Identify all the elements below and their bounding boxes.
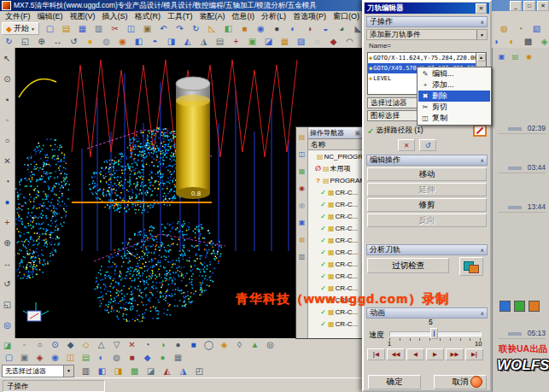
deselect-button[interactable]: ✕ <box>398 139 415 151</box>
toolpath-event-row[interactable]: ◆ GOTO/X-11.624,Y-75.284,Z20.000 <box>368 53 476 63</box>
tree-item[interactable]: ✓ ▦ CR-C... <box>308 210 362 222</box>
tree-item[interactable]: ? ▤ PROGRAM <box>308 174 362 186</box>
tool-icon[interactable]: ◈ <box>546 22 549 36</box>
tool-icon[interactable]: ◫ <box>63 350 78 364</box>
tool-icon[interactable]: ◍ <box>109 350 124 364</box>
move-button[interactable]: 移动 <box>367 167 487 181</box>
app-icon[interactable] <box>529 301 540 312</box>
menu-item[interactable]: 编辑(E) <box>34 11 67 22</box>
side-view-icon[interactable]: ◨ <box>164 35 178 49</box>
select-arrow-icon[interactable]: ↖ <box>0 51 15 65</box>
tree-item[interactable]: ✓ ▦ CR-C... <box>308 258 362 270</box>
context-menu-item[interactable]: ✎ 编辑... <box>418 68 490 79</box>
pan-icon[interactable]: ↔ <box>50 35 65 49</box>
rotate-icon[interactable]: ↺ <box>0 277 15 290</box>
resource-icon[interactable]: ◎ <box>296 200 307 211</box>
snap-half-icon[interactable]: ◑ <box>155 338 170 351</box>
menu-item[interactable]: 装配(A) <box>196 11 229 22</box>
menu-item[interactable]: 窗口(O) <box>330 11 363 22</box>
section-edit-operation[interactable]: 编辑操作 ∧ <box>366 155 488 166</box>
play-forward-button[interactable]: ▶ <box>426 348 444 360</box>
filter-icon[interactable]: ▩ <box>127 364 142 377</box>
menu-item[interactable]: 格式(R) <box>131 11 165 22</box>
section-analyze-toolpath[interactable]: 分析刀轨 ∧ <box>366 244 488 255</box>
rotate-view-icon[interactable]: ↺ <box>67 35 81 49</box>
tool-icon[interactable]: ◈ <box>537 35 549 49</box>
paste-icon[interactable]: ▣ <box>140 22 155 36</box>
gouge-check-button[interactable]: 过切检查 <box>367 258 449 273</box>
tool-icon[interactable]: ◉ <box>48 350 62 364</box>
magnifier-icon[interactable]: ◎ <box>0 318 15 331</box>
menu-item[interactable]: 首选项(P) <box>289 11 330 22</box>
sketch-icon[interactable]: ◺ <box>205 22 219 36</box>
section-sub-operation[interactable]: 子操作 ∧ <box>366 16 488 27</box>
tree-item[interactable]: ✓ ▦ CR-C... <box>308 234 362 246</box>
tool-icon[interactable]: ◐ <box>505 35 519 49</box>
dialog-title-bar[interactable]: 刀轨编辑器 ✕ <box>365 3 489 14</box>
extend-button[interactable]: 延伸 <box>367 183 487 196</box>
resource-icon[interactable]: ▦ <box>296 166 307 177</box>
snap-square-icon[interactable]: ■ <box>186 338 201 351</box>
filter-icon[interactable]: ▥ <box>79 364 93 377</box>
reset-button[interactable]: ↺ <box>419 139 436 151</box>
tree-item[interactable]: ✓ ▦ CR-C... <box>308 270 362 282</box>
filter-icon[interactable]: ◮ <box>176 364 190 377</box>
redo-icon[interactable]: ↷ <box>172 22 187 36</box>
menu-item[interactable]: 插入(S) <box>99 11 131 22</box>
view-orient-icon[interactable]: ◍ <box>497 22 511 36</box>
section-view-icon[interactable]: ◪ <box>0 338 15 352</box>
filter-icon[interactable]: ◰ <box>192 364 207 377</box>
menu-item[interactable]: 工具(T) <box>164 11 196 22</box>
layer-settings-icon[interactable]: ▤ <box>213 35 227 49</box>
menu-item[interactable]: 文件(F) <box>2 11 34 22</box>
tree-item[interactable]: ✓ ▦ CR-C... <box>308 246 362 258</box>
clip-section-icon[interactable]: ◪ <box>261 35 276 49</box>
wireframe-view-icon[interactable]: ◍ <box>99 35 114 49</box>
snap-diamond-icon[interactable]: ◈ <box>217 338 231 351</box>
tree-item[interactable]: ▤ NC_PROGRAM <box>308 150 362 162</box>
snap-point-icon[interactable]: ⊙ <box>48 338 62 351</box>
maximize-button[interactable]: □ <box>523 1 535 11</box>
zoom-icon[interactable]: ⊕ <box>34 35 49 49</box>
new-file-icon[interactable]: ▢ <box>43 22 57 36</box>
step-back-button[interactable]: ◀◀ <box>387 348 405 360</box>
fit-view-icon[interactable]: ◱ <box>18 35 32 49</box>
scroll-up-icon[interactable]: ▲ <box>477 53 486 61</box>
point-on-curve-icon[interactable]: ● <box>0 195 15 208</box>
tool-icon[interactable]: ▩ <box>521 35 535 49</box>
reverse-button[interactable]: 反向 <box>367 214 487 227</box>
open-file-icon[interactable]: ▤ <box>59 22 73 36</box>
context-menu-item[interactable]: + 添加... <box>418 79 490 91</box>
zoom-in-icon[interactable]: ⊕ <box>0 236 15 249</box>
minimize-button[interactable]: _ <box>510 1 522 11</box>
center-snap-icon[interactable]: ○ <box>0 133 15 147</box>
resource-icon[interactable]: ◫ <box>296 149 307 160</box>
go-to-start-button[interactable]: |◀ <box>367 348 385 360</box>
refresh-icon[interactable]: ↻ <box>189 22 203 36</box>
snap-vertex-icon[interactable]: ◆ <box>63 338 78 351</box>
fit-icon[interactable]: ◱ <box>0 297 15 311</box>
top-view-icon[interactable]: ◓ <box>148 35 162 49</box>
tool-icon[interactable]: ◈ <box>32 350 47 364</box>
snap-face-icon[interactable]: ◇ <box>79 338 93 351</box>
pin-icon[interactable]: ▣ <box>354 130 360 137</box>
intersect-icon[interactable]: ◒ <box>318 22 333 36</box>
add-toolpath-event-row[interactable]: 添加新刀轨事件 ▼ <box>366 29 488 40</box>
tool-icon[interactable]: ▦ <box>171 350 185 364</box>
tool-icon[interactable]: ◠ <box>342 35 357 49</box>
hole-icon[interactable]: ● <box>270 22 284 36</box>
snapshot-icon[interactable]: ▣ <box>245 35 260 49</box>
filter-icon[interactable]: ◪ <box>143 364 158 377</box>
column-header-name[interactable]: 名称 <box>308 139 362 150</box>
tool-icon[interactable]: ● <box>155 350 170 364</box>
go-to-end-button[interactable]: ▶| <box>465 348 483 360</box>
tool-icon[interactable]: ▨ <box>294 35 308 49</box>
tool-icon[interactable]: ▤ <box>79 350 93 364</box>
tree-item[interactable]: ∅ ▤ 未用项 <box>308 162 362 174</box>
snap-dot-icon[interactable]: ● <box>171 338 185 351</box>
studio-view-icon[interactable]: ◉ <box>115 35 130 49</box>
trim-button[interactable]: 修剪 <box>367 198 487 212</box>
pan-view-icon[interactable]: ↔ <box>0 256 15 270</box>
filter-icon[interactable]: ◭ <box>160 364 174 377</box>
endpoint-snap-icon[interactable]: ▪ <box>0 92 15 106</box>
